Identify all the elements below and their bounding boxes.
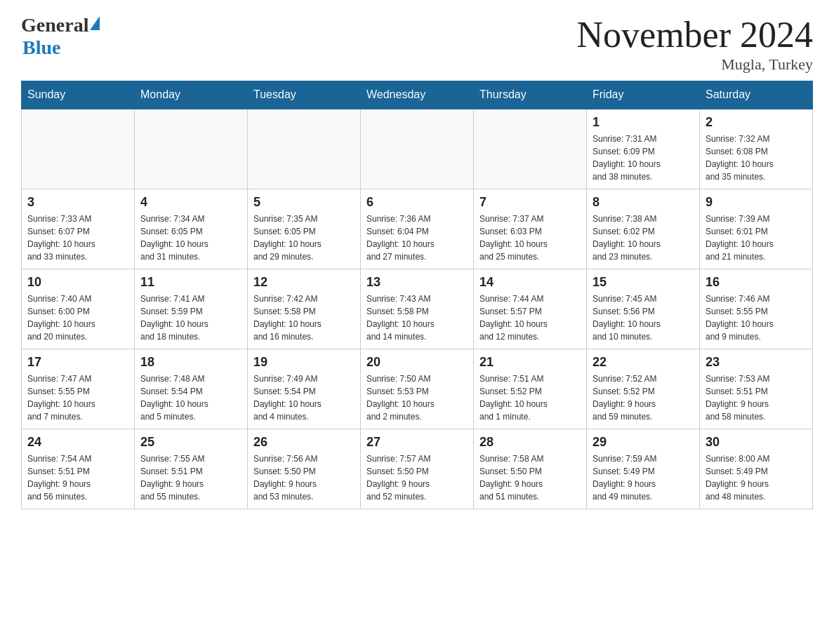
day-info: Sunrise: 7:55 AM Sunset: 5:51 PM Dayligh… bbox=[140, 452, 241, 503]
day-info: Sunrise: 7:31 AM Sunset: 6:09 PM Dayligh… bbox=[593, 133, 694, 183]
calendar-week-1: 1Sunrise: 7:31 AM Sunset: 6:09 PM Daylig… bbox=[22, 109, 813, 189]
table-row: 8Sunrise: 7:38 AM Sunset: 6:02 PM Daylig… bbox=[587, 189, 700, 269]
table-row: 21Sunrise: 7:51 AM Sunset: 5:52 PM Dayli… bbox=[474, 349, 587, 429]
month-title: November 2024 bbox=[577, 14, 813, 55]
weekday-header-sunday: Sunday bbox=[22, 81, 135, 109]
table-row: 20Sunrise: 7:50 AM Sunset: 5:53 PM Dayli… bbox=[361, 349, 474, 429]
day-info: Sunrise: 7:53 AM Sunset: 5:51 PM Dayligh… bbox=[706, 373, 807, 423]
table-row: 26Sunrise: 7:56 AM Sunset: 5:50 PM Dayli… bbox=[248, 429, 361, 509]
day-number: 16 bbox=[706, 275, 807, 290]
table-row: 7Sunrise: 7:37 AM Sunset: 6:03 PM Daylig… bbox=[474, 189, 587, 269]
day-info: Sunrise: 7:54 AM Sunset: 5:51 PM Dayligh… bbox=[27, 452, 128, 503]
day-info: Sunrise: 7:52 AM Sunset: 5:52 PM Dayligh… bbox=[593, 373, 694, 423]
table-row: 11Sunrise: 7:41 AM Sunset: 5:59 PM Dayli… bbox=[135, 269, 248, 349]
table-row: 15Sunrise: 7:45 AM Sunset: 5:56 PM Dayli… bbox=[587, 269, 700, 349]
day-info: Sunrise: 7:58 AM Sunset: 5:50 PM Dayligh… bbox=[479, 452, 581, 503]
day-info: Sunrise: 7:46 AM Sunset: 5:55 PM Dayligh… bbox=[706, 293, 807, 343]
day-info: Sunrise: 7:39 AM Sunset: 6:01 PM Dayligh… bbox=[706, 213, 807, 263]
day-info: Sunrise: 7:51 AM Sunset: 5:52 PM Dayligh… bbox=[479, 373, 581, 423]
day-number: 17 bbox=[27, 355, 128, 370]
day-info: Sunrise: 8:00 AM Sunset: 5:49 PM Dayligh… bbox=[706, 452, 807, 503]
day-info: Sunrise: 7:38 AM Sunset: 6:02 PM Dayligh… bbox=[593, 213, 694, 263]
day-info: Sunrise: 7:36 AM Sunset: 6:04 PM Dayligh… bbox=[366, 213, 468, 263]
title-section: November 2024 Mugla, Turkey bbox=[577, 14, 813, 74]
day-info: Sunrise: 7:33 AM Sunset: 6:07 PM Dayligh… bbox=[27, 213, 128, 263]
day-info: Sunrise: 7:49 AM Sunset: 5:54 PM Dayligh… bbox=[253, 373, 355, 423]
weekday-header-friday: Friday bbox=[587, 81, 700, 109]
weekday-header-thursday: Thursday bbox=[474, 81, 587, 109]
day-number: 14 bbox=[479, 275, 581, 290]
calendar-week-4: 17Sunrise: 7:47 AM Sunset: 5:55 PM Dayli… bbox=[22, 349, 813, 429]
day-number: 29 bbox=[593, 435, 694, 450]
table-row: 24Sunrise: 7:54 AM Sunset: 5:51 PM Dayli… bbox=[22, 429, 135, 509]
day-number: 12 bbox=[253, 275, 355, 290]
day-info: Sunrise: 7:44 AM Sunset: 5:57 PM Dayligh… bbox=[479, 293, 581, 343]
day-number: 6 bbox=[366, 195, 468, 210]
table-row: 1Sunrise: 7:31 AM Sunset: 6:09 PM Daylig… bbox=[587, 109, 700, 189]
table-row: 17Sunrise: 7:47 AM Sunset: 5:55 PM Dayli… bbox=[22, 349, 135, 429]
day-info: Sunrise: 7:37 AM Sunset: 6:03 PM Dayligh… bbox=[479, 213, 581, 263]
day-info: Sunrise: 7:59 AM Sunset: 5:49 PM Dayligh… bbox=[593, 452, 694, 503]
table-row: 13Sunrise: 7:43 AM Sunset: 5:58 PM Dayli… bbox=[361, 269, 474, 349]
table-row bbox=[361, 109, 474, 189]
table-row: 4Sunrise: 7:34 AM Sunset: 6:05 PM Daylig… bbox=[135, 189, 248, 269]
table-row: 2Sunrise: 7:32 AM Sunset: 6:08 PM Daylig… bbox=[700, 109, 813, 189]
day-number: 23 bbox=[706, 355, 807, 370]
day-number: 15 bbox=[593, 275, 694, 290]
page-header: General Blue November 2024 Mugla, Turkey bbox=[21, 14, 813, 74]
day-number: 5 bbox=[253, 195, 355, 210]
weekday-header-monday: Monday bbox=[135, 81, 248, 109]
day-info: Sunrise: 7:40 AM Sunset: 6:00 PM Dayligh… bbox=[27, 293, 128, 343]
calendar-body: 1Sunrise: 7:31 AM Sunset: 6:09 PM Daylig… bbox=[22, 109, 813, 509]
day-number: 7 bbox=[479, 195, 581, 210]
table-row: 18Sunrise: 7:48 AM Sunset: 5:54 PM Dayli… bbox=[135, 349, 248, 429]
table-row: 23Sunrise: 7:53 AM Sunset: 5:51 PM Dayli… bbox=[700, 349, 813, 429]
table-row: 12Sunrise: 7:42 AM Sunset: 5:58 PM Dayli… bbox=[248, 269, 361, 349]
calendar-week-2: 3Sunrise: 7:33 AM Sunset: 6:07 PM Daylig… bbox=[22, 189, 813, 269]
day-number: 9 bbox=[706, 195, 807, 210]
calendar-week-3: 10Sunrise: 7:40 AM Sunset: 6:00 PM Dayli… bbox=[22, 269, 813, 349]
day-info: Sunrise: 7:43 AM Sunset: 5:58 PM Dayligh… bbox=[366, 293, 468, 343]
table-row: 19Sunrise: 7:49 AM Sunset: 5:54 PM Dayli… bbox=[248, 349, 361, 429]
day-info: Sunrise: 7:45 AM Sunset: 5:56 PM Dayligh… bbox=[593, 293, 694, 343]
calendar-week-5: 24Sunrise: 7:54 AM Sunset: 5:51 PM Dayli… bbox=[22, 429, 813, 509]
table-row bbox=[135, 109, 248, 189]
day-info: Sunrise: 7:57 AM Sunset: 5:50 PM Dayligh… bbox=[366, 452, 468, 503]
day-number: 27 bbox=[366, 435, 468, 450]
day-info: Sunrise: 7:48 AM Sunset: 5:54 PM Dayligh… bbox=[140, 373, 241, 423]
day-info: Sunrise: 7:41 AM Sunset: 5:59 PM Dayligh… bbox=[140, 293, 241, 343]
day-number: 10 bbox=[27, 275, 128, 290]
day-number: 26 bbox=[253, 435, 355, 450]
day-number: 8 bbox=[593, 195, 694, 210]
day-number: 2 bbox=[706, 115, 807, 130]
day-info: Sunrise: 7:50 AM Sunset: 5:53 PM Dayligh… bbox=[366, 373, 468, 423]
day-number: 24 bbox=[27, 435, 128, 450]
day-number: 25 bbox=[140, 435, 241, 450]
day-number: 13 bbox=[366, 275, 468, 290]
table-row: 27Sunrise: 7:57 AM Sunset: 5:50 PM Dayli… bbox=[361, 429, 474, 509]
table-row: 28Sunrise: 7:58 AM Sunset: 5:50 PM Dayli… bbox=[474, 429, 587, 509]
table-row: 6Sunrise: 7:36 AM Sunset: 6:04 PM Daylig… bbox=[361, 189, 474, 269]
table-row: 3Sunrise: 7:33 AM Sunset: 6:07 PM Daylig… bbox=[22, 189, 135, 269]
day-info: Sunrise: 7:34 AM Sunset: 6:05 PM Dayligh… bbox=[140, 213, 241, 263]
calendar-table: SundayMondayTuesdayWednesdayThursdayFrid… bbox=[21, 81, 813, 509]
weekday-header-saturday: Saturday bbox=[700, 81, 813, 109]
logo-general-text: General bbox=[21, 14, 88, 36]
day-info: Sunrise: 7:35 AM Sunset: 6:05 PM Dayligh… bbox=[253, 213, 355, 263]
day-number: 4 bbox=[140, 195, 241, 210]
day-number: 11 bbox=[140, 275, 241, 290]
day-info: Sunrise: 7:47 AM Sunset: 5:55 PM Dayligh… bbox=[27, 373, 128, 423]
weekday-header-wednesday: Wednesday bbox=[361, 81, 474, 109]
day-info: Sunrise: 7:32 AM Sunset: 6:08 PM Dayligh… bbox=[706, 133, 807, 183]
table-row: 9Sunrise: 7:39 AM Sunset: 6:01 PM Daylig… bbox=[700, 189, 813, 269]
logo-blue-text: Blue bbox=[22, 36, 60, 59]
day-number: 22 bbox=[593, 355, 694, 370]
day-info: Sunrise: 7:56 AM Sunset: 5:50 PM Dayligh… bbox=[253, 452, 355, 503]
day-number: 18 bbox=[140, 355, 241, 370]
day-number: 30 bbox=[706, 435, 807, 450]
table-row: 22Sunrise: 7:52 AM Sunset: 5:52 PM Dayli… bbox=[587, 349, 700, 429]
table-row bbox=[248, 109, 361, 189]
logo-triangle-icon bbox=[90, 16, 100, 30]
table-row: 5Sunrise: 7:35 AM Sunset: 6:05 PM Daylig… bbox=[248, 189, 361, 269]
location-text: Mugla, Turkey bbox=[577, 55, 813, 74]
